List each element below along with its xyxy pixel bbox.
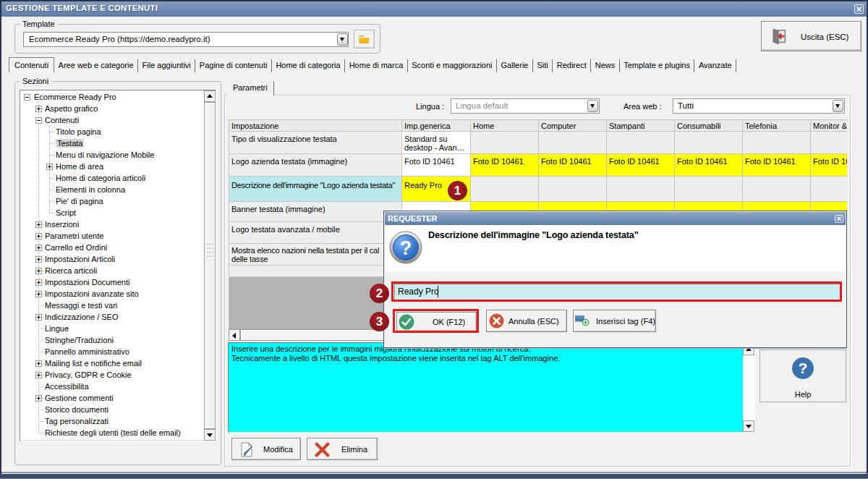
svg-text:?: ? xyxy=(400,237,412,259)
